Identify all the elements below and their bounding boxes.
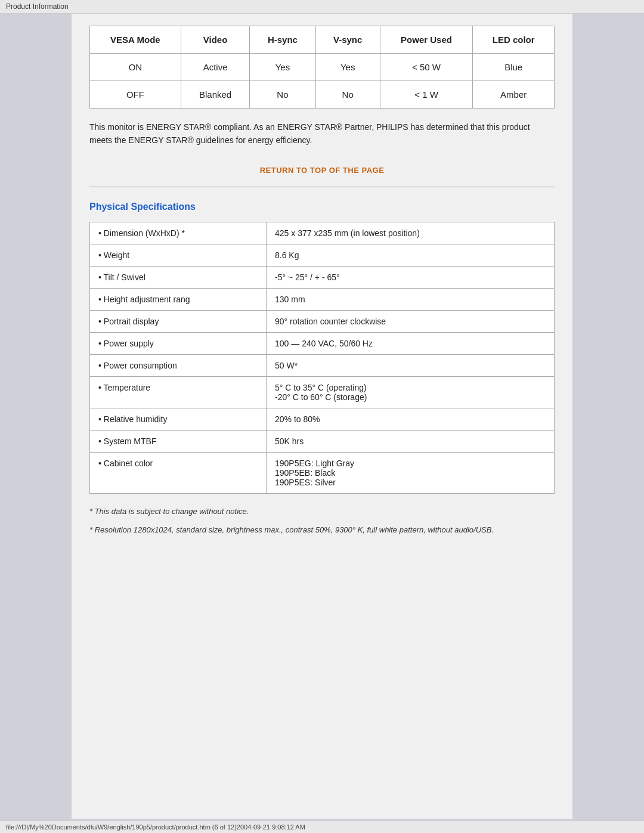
footnotes-container: * This data is subject to change without… [89,506,555,537]
spec-table-row: • System MTBF50K hrs [90,430,555,452]
power-table-cell: OFF [90,81,181,109]
spec-table-body: • Dimension (WxHxD) *425 x 377 x235 mm (… [90,222,555,493]
spec-value: 425 x 377 x235 mm (in lowest position) [267,222,555,244]
spec-table-row: • Temperature5° C to 35° C (operating)-2… [90,376,555,408]
spec-value: 130 mm [267,288,555,310]
power-table-row: OFFBlankedNoNo< 1 WAmber [90,81,555,109]
spec-table-row: • Power supply100 — 240 VAC, 50/60 Hz [90,332,555,354]
power-table-cell: < 50 W [380,54,473,81]
content-area: VESA ModeVideoH-syncV-syncPower UsedLED … [72,14,572,819]
spec-table: • Dimension (WxHxD) *425 x 377 x235 mm (… [89,222,555,494]
spec-value: 5° C to 35° C (operating)-20° C to 60° C… [267,376,555,408]
power-table-row: ONActiveYesYes< 50 WBlue [90,54,555,81]
spec-label: • System MTBF [90,430,267,452]
spec-label: • Power consumption [90,354,267,376]
spec-label: • Tilt / Swivel [90,266,267,288]
return-to-top-link[interactable]: RETURN TO TOP OF THE PAGE [260,166,385,175]
power-table-cell: Blanked [181,81,250,109]
power-table-cell: ON [90,54,181,81]
power-table-section: VESA ModeVideoH-syncV-syncPower UsedLED … [89,26,555,109]
page-header-title: Product Information [6,2,69,11]
spec-table-row: • Power consumption50 W* [90,354,555,376]
spec-table-row: • Tilt / Swivel-5° ~ 25° / + - 65° [90,266,555,288]
power-table-header-cell: VESA Mode [90,26,181,54]
power-table-cell: < 1 W [380,81,473,109]
spec-value: 50 W* [267,354,555,376]
power-table-cell: No [250,81,315,109]
power-table-header-cell: V-sync [315,26,380,54]
footer-text: file:///D|/My%20Documents/dfu/W9/english… [6,823,305,831]
spec-table-row: • Height adjustment rang130 mm [90,288,555,310]
power-table-header-cell: Video [181,26,250,54]
power-table-header-cell: LED color [473,26,555,54]
spec-value: 20% to 80% [267,408,555,430]
physical-specs-title: Physical Specifications [89,202,555,212]
spec-table-row: • Relative humidity20% to 80% [90,408,555,430]
page-footer: file:///D|/My%20Documents/dfu/W9/english… [0,820,644,833]
section-divider [89,187,555,187]
power-table-header-row: VESA ModeVideoH-syncV-syncPower UsedLED … [90,26,555,54]
power-table-cell: Amber [473,81,555,109]
power-table-body: ONActiveYesYes< 50 WBlueOFFBlankedNoNo< … [90,54,555,109]
physical-specs-section: Physical Specifications • Dimension (WxH… [89,202,555,494]
footnote: * Resolution 1280x1024, standard size, b… [89,524,555,537]
spec-label: • Portrait display [90,310,267,332]
power-table-cell: Yes [250,54,315,81]
spec-value: 50K hrs [267,430,555,452]
spec-value: 100 — 240 VAC, 50/60 Hz [267,332,555,354]
spec-table-row: • Dimension (WxHxD) *425 x 377 x235 mm (… [90,222,555,244]
power-table-cell: Active [181,54,250,81]
spec-value: 190P5EG: Light Gray190P5EB: Black190P5ES… [267,452,555,493]
footnote: * This data is subject to change without… [89,506,555,518]
spec-table-row: • Weight8.6 Kg [90,244,555,266]
power-table-cell: No [315,81,380,109]
power-table-header-cell: H-sync [250,26,315,54]
spec-label: • Dimension (WxHxD) * [90,222,267,244]
return-link-container: RETURN TO TOP OF THE PAGE [89,165,555,175]
spec-value: 8.6 Kg [267,244,555,266]
spec-label: • Power supply [90,332,267,354]
spec-label: • Relative humidity [90,408,267,430]
power-table-header-cell: Power Used [380,26,473,54]
power-table: VESA ModeVideoH-syncV-syncPower UsedLED … [89,26,555,109]
spec-label: • Cabinet color [90,452,267,493]
spec-label: • Height adjustment rang [90,288,267,310]
spec-table-row: • Portrait display90° rotation counter c… [90,310,555,332]
power-table-cell: Blue [473,54,555,81]
spec-label: • Temperature [90,376,267,408]
power-table-cell: Yes [315,54,380,81]
spec-table-row: • Cabinet color190P5EG: Light Gray190P5E… [90,452,555,493]
energy-star-text: This monitor is ENERGY STAR® compliant. … [89,120,555,147]
spec-label: • Weight [90,244,267,266]
spec-value: 90° rotation counter clockwise [267,310,555,332]
spec-value: -5° ~ 25° / + - 65° [267,266,555,288]
page-header: Product Information [0,0,644,14]
